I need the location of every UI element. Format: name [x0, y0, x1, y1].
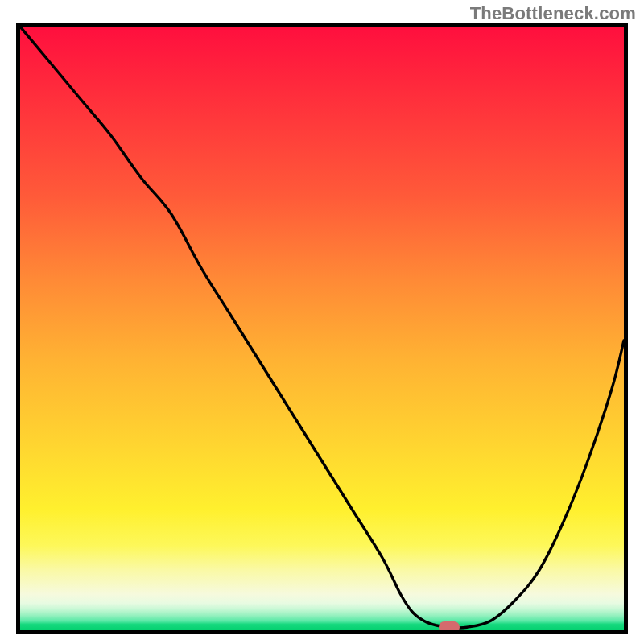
plot-frame — [16, 23, 628, 634]
curve-svg — [20, 27, 624, 630]
watermark-text: TheBottleneck.com — [470, 3, 636, 24]
chart-stage: TheBottleneck.com — [0, 0, 644, 644]
bottleneck-curve — [20, 27, 624, 628]
optimum-marker — [439, 621, 460, 633]
